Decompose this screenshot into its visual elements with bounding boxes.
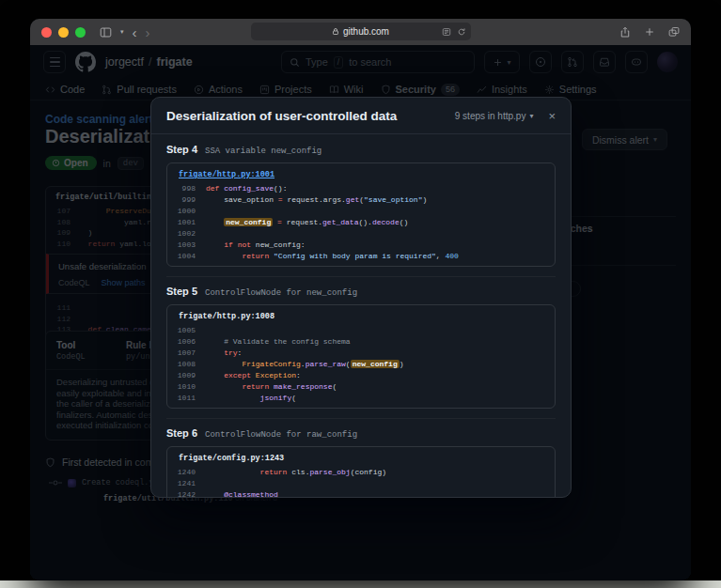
- code-text: try:: [206, 348, 242, 359]
- line-number: 1009: [167, 370, 206, 381]
- code-text: return "Config with body param is requir…: [206, 251, 459, 262]
- code-line: 1007 try:: [167, 348, 555, 359]
- code-text: jsonify(: [206, 393, 296, 404]
- line-number: 1242: [167, 489, 206, 497]
- reload-icon[interactable]: [457, 27, 466, 37]
- line-number: 1002: [167, 228, 206, 240]
- lock-icon: [332, 27, 339, 36]
- step-code-card: frigate/config.py:12431240 return cls.pa…: [166, 446, 556, 497]
- code-line: 1010 return make_response(: [167, 381, 555, 393]
- code-text: FrigateConfig.parse_raw(new_config): [206, 359, 404, 370]
- close-icon[interactable]: ×: [548, 110, 556, 122]
- back-button[interactable]: ‹: [133, 25, 137, 39]
- chevron-down-icon: ▾: [529, 112, 533, 120]
- code-text: new_config = request.get_data().decode(): [206, 217, 408, 228]
- sidebar-caret-icon[interactable]: ▾: [120, 28, 124, 36]
- step-code-card: frigate/http.py:1001998def config_save()…: [166, 162, 556, 267]
- line-number: 999: [167, 194, 206, 206]
- code-text: return cls.parse_obj(config): [206, 467, 386, 478]
- code-line: 999 save_option = request.args.get("save…: [167, 194, 555, 206]
- tab-overview-icon[interactable]: [668, 26, 680, 39]
- code-text: @classmethod: [206, 489, 278, 497]
- line-number: 1007: [167, 348, 206, 359]
- new-tab-icon[interactable]: [644, 26, 655, 39]
- line-number: 998: [167, 183, 206, 194]
- translate-icon[interactable]: [442, 27, 451, 37]
- step-description: ControlFlowNode for raw_config: [205, 430, 357, 440]
- step-file-label: frigate/http.py:1008: [167, 310, 555, 325]
- address-bar[interactable]: github.com: [251, 23, 471, 40]
- code-line: 1000: [167, 206, 555, 217]
- code-line: 1241: [167, 478, 555, 489]
- step-label: Step 6: [166, 427, 197, 439]
- step-description: SSA variable new_config: [205, 147, 321, 156]
- line-number: 1000: [167, 206, 206, 217]
- code-line: 1240 return cls.parse_obj(config): [167, 467, 555, 478]
- line-number: 1001: [167, 217, 206, 228]
- code-text: save_option = request.args.get("save_opt…: [206, 194, 427, 206]
- line-number: 1010: [167, 381, 206, 393]
- modal-steps: Step 4SSA variable new_configfrigate/htt…: [151, 134, 571, 497]
- browser-toolbar: ▾ ‹ › github.com: [30, 19, 691, 45]
- line-number: 1004: [167, 251, 206, 262]
- path-step: Step 4SSA variable new_configfrigate/htt…: [166, 144, 556, 267]
- zoom-window-button[interactable]: [75, 27, 86, 38]
- code-line: 1003 if not new_config:: [167, 240, 555, 251]
- traffic-lights: [41, 27, 86, 38]
- share-icon[interactable]: [619, 26, 631, 39]
- line-number: 1003: [167, 240, 206, 251]
- code-line: 1008 FrigateConfig.parse_raw(new_config): [167, 359, 555, 370]
- step-label: Step 4: [166, 144, 197, 155]
- dialog-header: Deserialization of user-controlled data …: [151, 98, 571, 134]
- line-number: 1011: [167, 393, 206, 404]
- step-file-link[interactable]: frigate/http.py:1001: [167, 168, 555, 183]
- code-line: 1009 except Exception:: [167, 370, 555, 381]
- github-page: jorgectf / frigate Type / to search ▾: [30, 45, 691, 580]
- path-step: Step 5ControlFlowNode for new_configfrig…: [166, 276, 556, 409]
- code-line: 1006 # Validate the config schema: [167, 336, 555, 348]
- step-label: Step 5: [166, 286, 197, 297]
- code-text: return make_response(: [206, 381, 337, 393]
- steps-selector-button[interactable]: 9 steps in http.py ▾: [455, 111, 534, 121]
- code-text: # Validate the config schema: [206, 336, 351, 348]
- code-text: def config_save():: [206, 183, 287, 194]
- path-step: Step 6ControlFlowNode for raw_configfrig…: [166, 418, 556, 497]
- dialog-title: Deserialization of user-controlled data: [166, 109, 455, 123]
- forward-button[interactable]: ›: [146, 25, 150, 39]
- line-number: 1241: [167, 478, 206, 489]
- code-line: 1011 jsonify(: [167, 393, 555, 404]
- url-text: github.com: [343, 26, 389, 37]
- step-description: ControlFlowNode for new_config: [205, 288, 357, 298]
- line-number: 1006: [167, 336, 206, 348]
- code-line: 1001 new_config = request.get_data().dec…: [167, 217, 555, 228]
- code-line: 1002: [167, 228, 555, 240]
- minimize-window-button[interactable]: [58, 27, 69, 38]
- code-text: if not new_config:: [206, 240, 306, 251]
- step-code-card: frigate/http.py:100810051006 # Validate …: [166, 304, 556, 409]
- screenshot-stage: ▾ ‹ › github.com: [0, 0, 721, 588]
- line-number: 1240: [167, 467, 206, 478]
- desktop-background: [0, 580, 721, 588]
- close-window-button[interactable]: [41, 27, 52, 38]
- line-number: 1005: [167, 325, 206, 336]
- code-text: except Exception:: [206, 370, 301, 381]
- code-line: 1242 @classmethod: [167, 489, 555, 497]
- step-file-label: frigate/config.py:1243: [167, 452, 555, 467]
- code-line: 1004 return "Config with body param is r…: [167, 251, 555, 262]
- browser-window: ▾ ‹ › github.com: [30, 19, 691, 580]
- code-line: 998def config_save():: [167, 183, 555, 194]
- code-line: 1005: [167, 325, 555, 336]
- sidebar-toggle-icon[interactable]: [100, 26, 112, 39]
- line-number: 1008: [167, 359, 206, 370]
- alert-path-dialog: Deserialization of user-controlled data …: [150, 97, 572, 498]
